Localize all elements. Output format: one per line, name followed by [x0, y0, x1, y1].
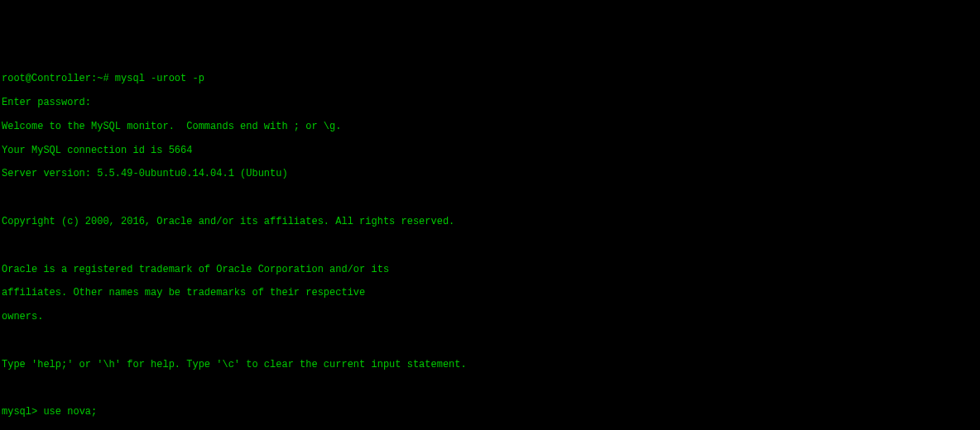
prompt-path: :~#: [91, 73, 109, 84]
top-cut-line: [2, 50, 978, 61]
conn-id-line: Your MySQL connection id is 5664: [2, 145, 978, 156]
blank-4: [2, 383, 978, 394]
help-line: Type 'help;' or '\h' for help. Type '\c'…: [2, 359, 978, 370]
shell-prompt-line[interactable]: root@Controller:~# mysql -uroot -p: [2, 73, 978, 84]
mysql-prompt-1[interactable]: mysql> use nova;: [2, 406, 978, 418]
blank-1: [2, 192, 978, 203]
mysql-cmd-use: use nova;: [37, 406, 97, 418]
prompt-user-host: root@Controller: [2, 73, 91, 84]
blank-2: [2, 240, 978, 251]
mysql-prompt-label: mysql>: [2, 406, 37, 418]
copyright-line: Copyright (c) 2000, 2016, Oracle and/or …: [2, 216, 978, 227]
server-version-line: Server version: 5.5.49-0ubuntu0.14.04.1 …: [2, 168, 978, 179]
trademark-line-1: Oracle is a registered trademark of Orac…: [2, 264, 978, 275]
shell-command: mysql -uroot -p: [115, 73, 204, 84]
blank-3: [2, 335, 978, 346]
trademark-line-3: owners.: [2, 311, 978, 322]
enter-password: Enter password:: [2, 97, 978, 108]
trademark-line-2: affiliates. Other names may be trademark…: [2, 287, 978, 299]
welcome-line: Welcome to the MySQL monitor. Commands e…: [2, 121, 978, 132]
